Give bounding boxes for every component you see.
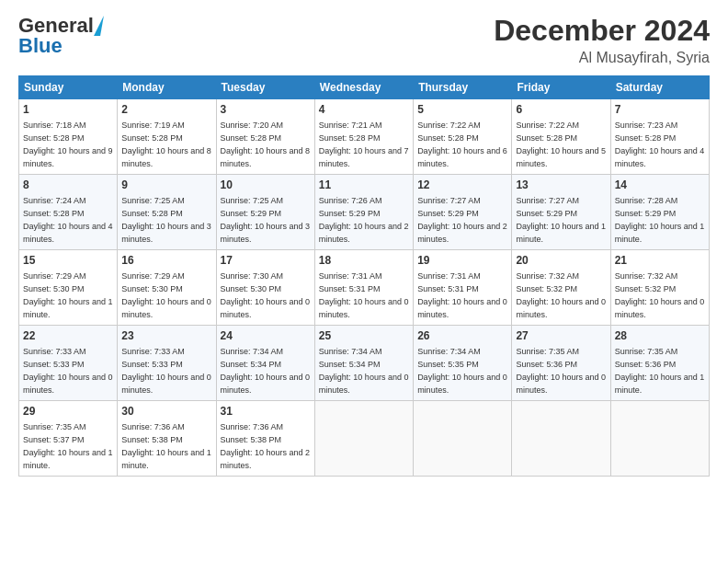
day-info: Sunrise: 7:28 AMSunset: 5:29 PMDaylight:… <box>615 196 705 244</box>
day-info: Sunrise: 7:26 AMSunset: 5:29 PMDaylight:… <box>319 196 409 244</box>
day-number: 5 <box>417 102 507 118</box>
calendar-cell: 10 Sunrise: 7:25 AMSunset: 5:29 PMDaylig… <box>216 175 314 250</box>
calendar-cell: 26 Sunrise: 7:34 AMSunset: 5:35 PMDaylig… <box>414 326 512 401</box>
calendar-cell: 19 Sunrise: 7:31 AMSunset: 5:31 PMDaylig… <box>414 250 512 326</box>
day-info: Sunrise: 7:32 AMSunset: 5:32 PMDaylight:… <box>516 271 606 319</box>
calendar-cell: 2 Sunrise: 7:19 AMSunset: 5:28 PMDayligh… <box>118 99 216 175</box>
day-number: 28 <box>615 328 705 344</box>
weekday-header-sunday: Sunday <box>19 76 118 99</box>
calendar-cell: 22 Sunrise: 7:33 AMSunset: 5:33 PMDaylig… <box>19 326 118 401</box>
calendar-cell: 3 Sunrise: 7:20 AMSunset: 5:28 PMDayligh… <box>216 99 314 175</box>
weekday-header-thursday: Thursday <box>414 76 512 99</box>
calendar-cell: 28 Sunrise: 7:35 AMSunset: 5:36 PMDaylig… <box>610 326 709 401</box>
calendar-cell: 17 Sunrise: 7:30 AMSunset: 5:30 PMDaylig… <box>216 250 314 326</box>
day-number: 1 <box>23 102 113 118</box>
day-info: Sunrise: 7:36 AMSunset: 5:38 PMDaylight:… <box>121 422 211 470</box>
calendar-cell: 9 Sunrise: 7:25 AMSunset: 5:28 PMDayligh… <box>118 175 216 250</box>
day-number: 24 <box>221 328 311 344</box>
day-info: Sunrise: 7:22 AMSunset: 5:28 PMDaylight:… <box>417 121 507 168</box>
logo-icon <box>94 16 104 36</box>
calendar-cell: 27 Sunrise: 7:35 AMSunset: 5:36 PMDaylig… <box>512 326 610 401</box>
day-info: Sunrise: 7:20 AMSunset: 5:28 PMDaylight:… <box>221 121 311 168</box>
calendar-cell <box>610 401 709 477</box>
calendar-cell: 4 Sunrise: 7:21 AMSunset: 5:28 PMDayligh… <box>314 99 413 175</box>
day-number: 29 <box>23 404 113 419</box>
calendar-cell: 6 Sunrise: 7:22 AMSunset: 5:28 PMDayligh… <box>512 99 610 175</box>
day-info: Sunrise: 7:34 AMSunset: 5:34 PMDaylight:… <box>221 347 311 395</box>
day-info: Sunrise: 7:34 AMSunset: 5:35 PMDaylight:… <box>417 347 507 395</box>
calendar-cell: 29 Sunrise: 7:35 AMSunset: 5:37 PMDaylig… <box>19 401 118 477</box>
day-info: Sunrise: 7:22 AMSunset: 5:28 PMDaylight:… <box>516 121 606 168</box>
day-number: 20 <box>516 253 606 269</box>
day-info: Sunrise: 7:25 AMSunset: 5:29 PMDaylight:… <box>221 196 311 244</box>
logo: General Blue <box>18 14 102 58</box>
calendar-cell: 5 Sunrise: 7:22 AMSunset: 5:28 PMDayligh… <box>414 99 512 175</box>
day-number: 12 <box>417 178 507 193</box>
day-number: 27 <box>516 328 606 344</box>
weekday-header-friday: Friday <box>512 76 610 99</box>
day-number: 8 <box>23 178 113 193</box>
day-number: 30 <box>121 404 211 419</box>
calendar-cell: 24 Sunrise: 7:34 AMSunset: 5:34 PMDaylig… <box>216 326 314 401</box>
day-info: Sunrise: 7:29 AMSunset: 5:30 PMDaylight:… <box>23 271 113 319</box>
calendar-cell: 11 Sunrise: 7:26 AMSunset: 5:29 PMDaylig… <box>314 175 413 250</box>
calendar-cell: 8 Sunrise: 7:24 AMSunset: 5:28 PMDayligh… <box>19 175 118 250</box>
day-number: 14 <box>615 178 705 193</box>
day-info: Sunrise: 7:29 AMSunset: 5:30 PMDaylight:… <box>121 271 211 319</box>
day-number: 10 <box>221 178 311 193</box>
day-number: 4 <box>319 102 409 118</box>
calendar-title: December 2024 <box>494 14 710 48</box>
calendar-cell <box>314 401 413 477</box>
day-number: 15 <box>23 253 113 269</box>
day-info: Sunrise: 7:21 AMSunset: 5:28 PMDaylight:… <box>319 121 409 168</box>
calendar-cell <box>512 401 610 477</box>
calendar-cell: 30 Sunrise: 7:36 AMSunset: 5:38 PMDaylig… <box>118 401 216 477</box>
day-info: Sunrise: 7:33 AMSunset: 5:33 PMDaylight:… <box>121 347 211 395</box>
day-number: 23 <box>121 328 211 344</box>
day-info: Sunrise: 7:30 AMSunset: 5:30 PMDaylight:… <box>221 271 311 319</box>
calendar-cell: 25 Sunrise: 7:34 AMSunset: 5:34 PMDaylig… <box>314 326 413 401</box>
day-number: 21 <box>615 253 705 269</box>
logo-blue-text: Blue <box>18 34 63 58</box>
day-info: Sunrise: 7:35 AMSunset: 5:37 PMDaylight:… <box>23 422 113 470</box>
day-info: Sunrise: 7:25 AMSunset: 5:28 PMDaylight:… <box>121 196 211 244</box>
calendar-cell: 7 Sunrise: 7:23 AMSunset: 5:28 PMDayligh… <box>610 99 709 175</box>
calendar-location: Al Musayfirah, Syria <box>494 50 710 66</box>
day-number: 16 <box>121 253 211 269</box>
calendar-cell: 14 Sunrise: 7:28 AMSunset: 5:29 PMDaylig… <box>610 175 709 250</box>
weekday-header-monday: Monday <box>118 76 216 99</box>
weekday-header-saturday: Saturday <box>610 76 709 99</box>
day-info: Sunrise: 7:35 AMSunset: 5:36 PMDaylight:… <box>615 347 705 395</box>
title-block: December 2024 Al Musayfirah, Syria <box>494 14 710 66</box>
day-info: Sunrise: 7:27 AMSunset: 5:29 PMDaylight:… <box>516 196 606 244</box>
day-info: Sunrise: 7:36 AMSunset: 5:38 PMDaylight:… <box>221 422 311 470</box>
calendar-cell: 21 Sunrise: 7:32 AMSunset: 5:32 PMDaylig… <box>610 250 709 326</box>
weekday-header-wednesday: Wednesday <box>314 76 413 99</box>
day-number: 22 <box>23 328 113 344</box>
day-number: 19 <box>417 253 507 269</box>
day-number: 26 <box>417 328 507 344</box>
calendar-table: SundayMondayTuesdayWednesdayThursdayFrid… <box>18 75 710 477</box>
day-number: 3 <box>221 102 311 118</box>
page: General Blue December 2024 Al Musayfirah… <box>0 0 728 563</box>
day-info: Sunrise: 7:32 AMSunset: 5:32 PMDaylight:… <box>615 271 705 319</box>
day-number: 6 <box>516 102 606 118</box>
day-info: Sunrise: 7:18 AMSunset: 5:28 PMDaylight:… <box>23 121 113 168</box>
calendar-cell: 31 Sunrise: 7:36 AMSunset: 5:38 PMDaylig… <box>216 401 314 477</box>
calendar-cell: 1 Sunrise: 7:18 AMSunset: 5:28 PMDayligh… <box>19 99 118 175</box>
calendar-cell: 20 Sunrise: 7:32 AMSunset: 5:32 PMDaylig… <box>512 250 610 326</box>
calendar-cell: 23 Sunrise: 7:33 AMSunset: 5:33 PMDaylig… <box>118 326 216 401</box>
day-info: Sunrise: 7:34 AMSunset: 5:34 PMDaylight:… <box>319 347 409 395</box>
day-info: Sunrise: 7:27 AMSunset: 5:29 PMDaylight:… <box>417 196 507 244</box>
day-number: 25 <box>319 328 409 344</box>
calendar-cell: 13 Sunrise: 7:27 AMSunset: 5:29 PMDaylig… <box>512 175 610 250</box>
calendar-cell: 12 Sunrise: 7:27 AMSunset: 5:29 PMDaylig… <box>414 175 512 250</box>
calendar-cell: 15 Sunrise: 7:29 AMSunset: 5:30 PMDaylig… <box>19 250 118 326</box>
day-info: Sunrise: 7:33 AMSunset: 5:33 PMDaylight:… <box>23 347 113 395</box>
day-info: Sunrise: 7:23 AMSunset: 5:28 PMDaylight:… <box>615 121 705 168</box>
day-number: 9 <box>121 178 211 193</box>
day-info: Sunrise: 7:31 AMSunset: 5:31 PMDaylight:… <box>319 271 409 319</box>
day-number: 31 <box>221 404 311 419</box>
day-number: 7 <box>615 102 705 118</box>
day-info: Sunrise: 7:31 AMSunset: 5:31 PMDaylight:… <box>417 271 507 319</box>
